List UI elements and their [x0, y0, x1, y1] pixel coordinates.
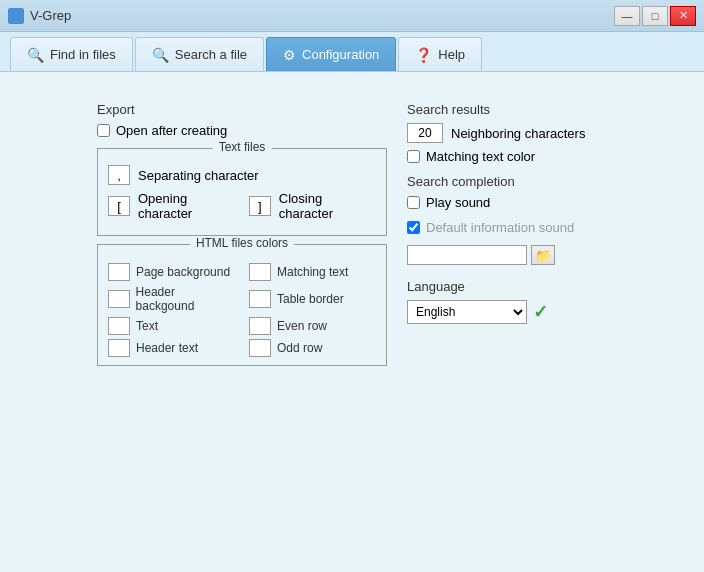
opening-char-row: Opening character Closing character — [108, 191, 376, 221]
language-select[interactable]: English French German Spanish — [407, 300, 527, 324]
language-label: Language — [407, 279, 607, 294]
language-section: Language English French German Spanish ✓ — [407, 279, 607, 324]
text-swatch[interactable] — [108, 317, 130, 335]
left-panel: Export Open after creating Text files Se… — [97, 102, 387, 374]
tab-bar: 🔍 Find in files 🔍 Search a file ⚙ Config… — [0, 32, 704, 72]
play-sound-label: Play sound — [426, 195, 490, 210]
search-completion-label: Search completion — [407, 174, 607, 189]
closing-char-label: Closing character — [279, 191, 376, 221]
separating-char-label: Separating character — [138, 168, 259, 183]
tab-search-a-file-label: Search a file — [175, 47, 247, 62]
help-icon: ❓ — [415, 47, 432, 63]
find-files-icon: 🔍 — [27, 47, 44, 63]
title-bar-left: V-Grep — [8, 8, 71, 24]
default-sound-row: Default information sound — [407, 220, 607, 235]
odd-row-label: Odd row — [277, 341, 322, 355]
search-file-icon: 🔍 — [152, 47, 169, 63]
open-after-creating-label: Open after creating — [116, 123, 227, 138]
header-bg-swatch[interactable] — [108, 290, 130, 308]
header-text-swatch[interactable] — [108, 339, 130, 357]
matching-color-checkbox[interactable] — [407, 150, 420, 163]
page-bg-label: Page background — [136, 265, 230, 279]
header-text-row: Header text — [108, 339, 235, 357]
even-row-label: Even row — [277, 319, 327, 333]
matching-text-label: Matching text — [277, 265, 348, 279]
tab-configuration-label: Configuration — [302, 47, 379, 62]
color-grid: Page background Matching text Header bac… — [108, 263, 376, 357]
opening-char-label: Opening character — [138, 191, 241, 221]
play-sound-row: Play sound — [407, 195, 607, 210]
title-bar: V-Grep — □ ✕ — [0, 0, 704, 32]
right-panel: Search results Neighboring characters Ma… — [407, 102, 607, 324]
language-row: English French German Spanish ✓ — [407, 300, 607, 324]
search-results-label: Search results — [407, 102, 607, 117]
sound-path-input[interactable] — [407, 245, 527, 265]
table-border-swatch[interactable] — [249, 290, 271, 308]
text-row-color: Text — [108, 317, 235, 335]
text-files-group: Text files Separating character Opening … — [97, 148, 387, 236]
search-results-section: Search results Neighboring characters Ma… — [407, 102, 607, 164]
header-bg-row: Header backgound — [108, 285, 235, 313]
search-completion-section: Search completion Play sound Default inf… — [407, 174, 607, 265]
app-icon — [8, 8, 24, 24]
title-bar-controls: — □ ✕ — [614, 6, 696, 26]
config-icon: ⚙ — [283, 47, 296, 63]
page-bg-row: Page background — [108, 263, 235, 281]
tab-search-a-file[interactable]: 🔍 Search a file — [135, 37, 264, 71]
close-button[interactable]: ✕ — [670, 6, 696, 26]
open-after-creating-row: Open after creating — [97, 123, 387, 138]
closing-char-input[interactable] — [249, 196, 271, 216]
text-files-label: Text files — [213, 140, 272, 154]
main-content: Export Open after creating Text files Se… — [0, 72, 704, 572]
separating-char-row: Separating character — [108, 165, 376, 185]
matching-color-label: Matching text color — [426, 149, 535, 164]
default-sound-checkbox[interactable] — [407, 221, 420, 234]
text-label: Text — [136, 319, 158, 333]
odd-row-color: Odd row — [249, 339, 376, 357]
maximize-button[interactable]: □ — [642, 6, 668, 26]
tab-help-label: Help — [438, 47, 465, 62]
separating-char-input[interactable] — [108, 165, 130, 185]
sound-input-row: 📁 — [407, 245, 607, 265]
html-colors-label: HTML files colors — [190, 236, 294, 250]
export-label: Export — [97, 102, 387, 117]
tab-find-in-files[interactable]: 🔍 Find in files — [10, 37, 133, 71]
play-sound-checkbox[interactable] — [407, 196, 420, 209]
apply-language-button[interactable]: ✓ — [533, 301, 548, 323]
default-sound-label: Default information sound — [426, 220, 574, 235]
header-text-label: Header text — [136, 341, 198, 355]
tab-configuration[interactable]: ⚙ Configuration — [266, 37, 396, 71]
header-bg-label: Header backgound — [136, 285, 235, 313]
even-row-swatch[interactable] — [249, 317, 271, 335]
open-after-creating-checkbox[interactable] — [97, 124, 110, 137]
neighboring-count-input[interactable] — [407, 123, 443, 143]
neighboring-label: Neighboring characters — [451, 126, 585, 141]
window-title: V-Grep — [30, 8, 71, 23]
table-border-row: Table border — [249, 285, 376, 313]
table-border-label: Table border — [277, 292, 344, 306]
panels-row: Export Open after creating Text files Se… — [97, 102, 607, 374]
matching-color-row: Matching text color — [407, 149, 607, 164]
browse-sound-button[interactable]: 📁 — [531, 245, 555, 265]
minimize-button[interactable]: — — [614, 6, 640, 26]
neighboring-row: Neighboring characters — [407, 123, 607, 143]
page-bg-swatch[interactable] — [108, 263, 130, 281]
tab-find-in-files-label: Find in files — [50, 47, 116, 62]
matching-text-swatch[interactable] — [249, 263, 271, 281]
html-colors-group: HTML files colors Page background Matchi… — [97, 244, 387, 366]
even-row-color: Even row — [249, 317, 376, 335]
folder-icon: 📁 — [535, 248, 551, 263]
odd-row-swatch[interactable] — [249, 339, 271, 357]
matching-text-row: Matching text — [249, 263, 376, 281]
tab-help[interactable]: ❓ Help — [398, 37, 482, 71]
opening-char-input[interactable] — [108, 196, 130, 216]
